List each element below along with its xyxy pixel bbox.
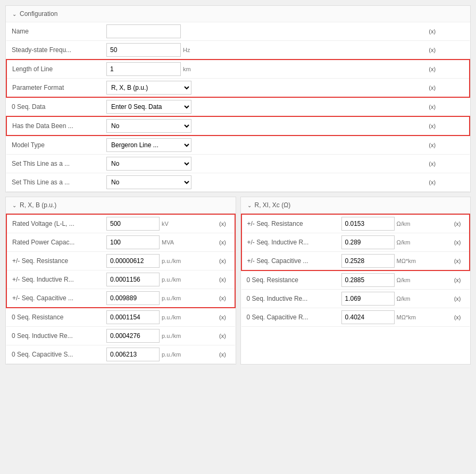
x-label-setLine2[interactable]: (x) — [425, 173, 470, 192]
select-modelType[interactable]: Bergeron Line ...PI LineRL Line — [106, 138, 191, 152]
row-paramFormat: Parameter FormatR, X, B (p.u.)R, X, B (Ω… — [6, 79, 470, 98]
x-label-seqCapacitiveOhm[interactable]: (x) — [451, 252, 470, 271]
unit-ratedPower: MVA — [162, 239, 174, 246]
label-seqCapacitiveOhm: +/- Seq. Capacitive ... — [241, 252, 337, 271]
select-setLine1[interactable]: NoYes — [106, 157, 191, 171]
x-label-seqResistanceOhm[interactable]: (x) — [451, 214, 470, 233]
x-label-seqCapacitive[interactable]: (x) — [216, 289, 235, 308]
input-name[interactable] — [106, 24, 181, 38]
input-seqCapacitive[interactable] — [106, 291, 160, 305]
x-label-zeroResistanceOhm[interactable]: (x) — [451, 270, 470, 290]
label-setLine2: Set This Line as a ... — [6, 173, 102, 192]
input-seqResistanceOhm[interactable] — [341, 217, 395, 231]
label-ratedVoltage: Rated Voltage (L-L, ... — [6, 214, 102, 233]
select-hasData[interactable]: NoYes — [106, 119, 191, 133]
input-ratedPower[interactable] — [106, 235, 160, 249]
chevron-icon-rxb: ⌄ — [12, 202, 16, 208]
label-length: Length of Line — [6, 60, 102, 79]
unit-zeroInductiveOhm: Ω/km — [397, 295, 411, 302]
label-zeroInductive: 0 Seq. Inductive Re... — [6, 327, 102, 345]
label-seqInductive: +/- Seq. Inductive R... — [6, 270, 102, 289]
row-setLine2: Set This Line as a ...NoYes(x) — [6, 173, 470, 192]
label-setLine1: Set This Line as a ... — [6, 155, 102, 173]
rxlxc-title: R, XI, Xc (Ω) — [255, 201, 291, 209]
input-zeroInductiveOhm[interactable] — [341, 292, 395, 306]
row-seqInductiveOhm: +/- Seq. Inductive R...Ω/km(x) — [241, 233, 470, 252]
value-wrap-seqData: Enter 0 Seq. DataCalculate — [106, 100, 421, 114]
unit-zeroResistance: p.u./km — [162, 314, 181, 320]
select-paramFormat[interactable]: R, X, B (p.u.)R, X, B (Ω)Other — [106, 81, 191, 95]
label-seqResistanceOhm: +/- Seq. Resistance — [241, 214, 337, 233]
input-zeroResistance[interactable] — [106, 310, 160, 324]
x-label-length[interactable]: (x) — [425, 60, 470, 79]
unit-zeroInductive: p.u./km — [162, 333, 181, 339]
label-zeroResistance: 0 Seq. Resistance — [6, 308, 102, 327]
chevron-icon: ⌄ — [12, 11, 16, 17]
select-setLine2[interactable]: NoYes — [106, 175, 191, 189]
x-label-zeroResistance[interactable]: (x) — [216, 308, 235, 327]
unit-seqResistanceOhm: Ω/km — [397, 221, 411, 227]
unit-seqInductiveOhm: Ω/km — [397, 239, 411, 246]
x-label-zeroInductive[interactable]: (x) — [216, 327, 235, 345]
rxlxc-panel: ⌄ R, XI, Xc (Ω) +/- Seq. ResistanceΩ/km(… — [240, 197, 471, 365]
rxb-header: ⌄ R, X, B (p.u.) — [6, 197, 236, 214]
label-zeroResistanceOhm: 0 Seq. Resistance — [241, 270, 337, 290]
unit-zeroResistanceOhm: Ω/km — [397, 277, 411, 283]
input-ratedVoltage[interactable] — [106, 217, 160, 231]
row-zeroResistance: 0 Seq. Resistancep.u./km(x) — [6, 308, 235, 327]
x-label-seqData[interactable]: (x) — [425, 97, 470, 116]
input-zeroInductive[interactable] — [106, 329, 160, 343]
x-label-name[interactable]: (x) — [425, 22, 470, 41]
label-hasData: Has the Data Been ... — [6, 116, 102, 136]
configuration-panel: ⌄ Configuration Name(x)Steady-state Freq… — [5, 5, 471, 192]
input-seqInductiveOhm[interactable] — [341, 235, 395, 249]
input-freq[interactable] — [106, 43, 181, 57]
label-seqResistance: +/- Seq. Resistance — [6, 252, 102, 270]
unit-zeroCapacitive: p.u./km — [162, 351, 181, 358]
x-label-modelType[interactable]: (x) — [425, 136, 470, 155]
rxb-panel: ⌄ R, X, B (p.u.) Rated Voltage (L-L, ...… — [5, 197, 236, 365]
input-zeroResistanceOhm[interactable] — [341, 273, 395, 287]
label-zeroInductiveOhm: 0 Seq. Inductive Re... — [241, 290, 337, 308]
input-zeroCapacitiveOhm[interactable] — [341, 310, 395, 324]
value-wrap-hasData: NoYes — [106, 119, 421, 133]
value-wrap-setLine2: NoYes — [106, 175, 421, 189]
chevron-icon-rxlxc: ⌄ — [247, 202, 252, 208]
x-label-ratedVoltage[interactable]: (x) — [216, 214, 235, 233]
x-label-ratedPower[interactable]: (x) — [216, 233, 235, 252]
label-seqInductiveOhm: +/- Seq. Inductive R... — [241, 233, 337, 252]
input-length[interactable] — [106, 62, 181, 76]
unit-length: km — [183, 66, 199, 72]
x-label-zeroCapacitive[interactable]: (x) — [216, 345, 235, 364]
x-label-zeroCapacitiveOhm[interactable]: (x) — [451, 308, 470, 327]
rxlxc-header: ⌄ R, XI, Xc (Ω) — [241, 197, 471, 214]
row-seqCapacitiveOhm: +/- Seq. Capacitive ...MΩ*km(x) — [241, 252, 470, 271]
x-label-zeroInductiveOhm[interactable]: (x) — [451, 290, 470, 308]
label-name: Name — [6, 22, 102, 41]
select-seqData[interactable]: Enter 0 Seq. DataCalculate — [106, 100, 191, 114]
x-label-setLine1[interactable]: (x) — [425, 155, 470, 173]
input-zeroCapacitive[interactable] — [106, 348, 160, 361]
label-seqData: 0 Seq. Data — [6, 97, 102, 116]
row-zeroCapacitive: 0 Seq. Capacitive S...p.u./km(x) — [6, 345, 235, 364]
unit-seqResistance: p.u./km — [162, 258, 181, 264]
input-seqInductive[interactable] — [106, 273, 160, 286]
label-freq: Steady-state Frequ... — [6, 41, 102, 60]
bottom-panels: ⌄ R, X, B (p.u.) Rated Voltage (L-L, ...… — [5, 197, 471, 365]
row-zeroInductiveOhm: 0 Seq. Inductive Re...Ω/km(x) — [241, 290, 470, 308]
value-wrap-paramFormat: R, X, B (p.u.)R, X, B (Ω)Other — [106, 81, 421, 95]
x-label-seqInductive[interactable]: (x) — [216, 270, 235, 289]
value-wrap-length: km — [106, 62, 421, 76]
x-label-hasData[interactable]: (x) — [425, 116, 470, 136]
value-wrap-name — [106, 24, 421, 38]
unit-seqCapacitive: p.u./km — [162, 295, 181, 301]
value-wrap-freq: Hz — [106, 43, 421, 57]
unit-freq: Hz — [183, 47, 199, 53]
x-label-paramFormat[interactable]: (x) — [425, 79, 470, 98]
input-seqCapacitiveOhm[interactable] — [341, 254, 395, 268]
x-label-seqResistance[interactable]: (x) — [216, 252, 235, 270]
x-label-freq[interactable]: (x) — [425, 41, 470, 60]
row-seqInductive: +/- Seq. Inductive R...p.u./km(x) — [6, 270, 235, 289]
x-label-seqInductiveOhm[interactable]: (x) — [451, 233, 470, 252]
input-seqResistance[interactable] — [106, 254, 160, 268]
